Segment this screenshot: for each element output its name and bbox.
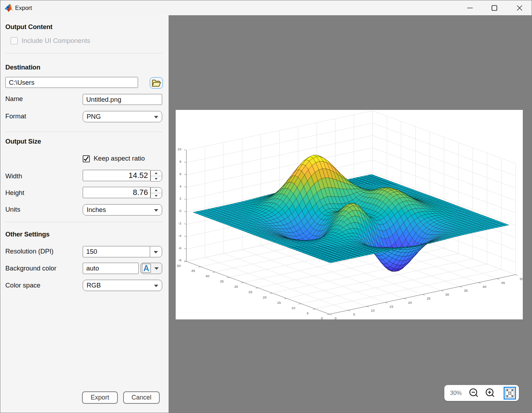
svg-text:0: 0 [321, 316, 323, 319]
svg-text:50: 50 [520, 277, 523, 281]
svg-text:45: 45 [501, 281, 505, 285]
svg-text:5: 5 [353, 312, 355, 316]
svg-text:10: 10 [291, 306, 295, 310]
svg-text:15: 15 [389, 305, 393, 308]
svg-text:35: 35 [220, 279, 224, 283]
svg-text:5: 5 [307, 311, 309, 315]
svg-text:30: 30 [445, 292, 449, 296]
svg-text:45: 45 [191, 269, 195, 273]
svg-text:20: 20 [263, 295, 267, 299]
svg-text:50: 50 [177, 264, 181, 268]
svg-text:-6: -6 [178, 246, 181, 250]
svg-text:25: 25 [427, 296, 430, 300]
svg-text:0: 0 [335, 316, 337, 319]
svg-text:25: 25 [248, 290, 252, 294]
svg-text:35: 35 [464, 289, 468, 292]
svg-text:10: 10 [177, 147, 181, 151]
svg-text:40: 40 [205, 274, 209, 278]
svg-text:40: 40 [482, 285, 486, 289]
svg-text:-2: -2 [178, 221, 181, 225]
svg-text:6: 6 [180, 172, 182, 176]
svg-text:30: 30 [234, 285, 238, 289]
svg-text:4: 4 [180, 184, 182, 188]
svg-text:8: 8 [180, 160, 182, 163]
svg-text:2: 2 [180, 196, 181, 200]
svg-text:-4: -4 [178, 234, 181, 238]
svg-text:20: 20 [408, 301, 412, 305]
svg-text:15: 15 [277, 301, 281, 305]
svg-text:0: 0 [180, 209, 182, 213]
svg-text:10: 10 [371, 308, 375, 312]
svg-text:-8: -8 [178, 258, 181, 262]
